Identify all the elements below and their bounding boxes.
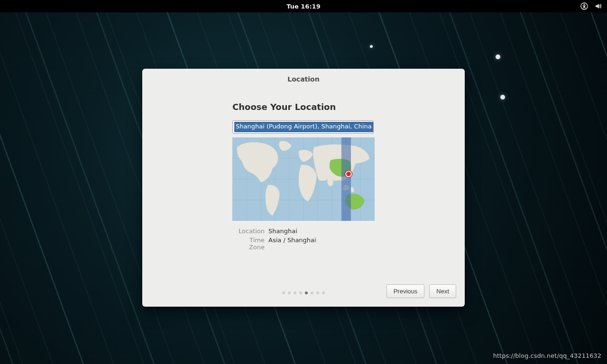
dialog-title: Location (142, 75, 465, 83)
system-tray (580, 0, 602, 12)
location-search-wrap: Shanghai (Pudong Airport), Shanghai, Chi… (232, 120, 374, 134)
previous-button[interactable]: Previous (386, 284, 425, 298)
dialog-content: Choose Your Location Shanghai (Pudong Ai… (232, 102, 375, 253)
location-value: Shanghai (268, 228, 297, 235)
top-bar: Tue 16:19 (0, 0, 607, 12)
page-dot (305, 291, 308, 294)
volume-icon[interactable] (595, 2, 602, 10)
accessibility-icon[interactable] (580, 2, 588, 10)
page-heading: Choose Your Location (232, 102, 375, 112)
timezone-band (341, 137, 351, 221)
page-dot (316, 291, 319, 294)
page-dot (322, 291, 325, 294)
watermark: https://blog.csdn.net/qq_43211632 (493, 352, 601, 359)
page-dot (311, 291, 313, 294)
location-label: Location (232, 228, 265, 235)
next-button[interactable]: Next (429, 284, 456, 298)
background-dot (496, 55, 500, 59)
background-dot (370, 45, 373, 48)
timezone-value: Asia / Shanghai (268, 237, 316, 251)
location-dialog: Location Choose Your Location Shanghai (… (142, 69, 465, 307)
page-dot (299, 291, 302, 294)
page-dot (282, 291, 285, 294)
clock[interactable]: Tue 16:19 (286, 3, 320, 10)
background-dot (500, 95, 505, 100)
world-map[interactable] (232, 137, 375, 221)
svg-point-1 (584, 4, 585, 5)
page-dot (288, 291, 291, 294)
location-pin (345, 171, 352, 177)
timezone-label: Time Zone (232, 237, 265, 251)
location-search-input[interactable] (232, 120, 374, 134)
page-dot (294, 291, 296, 294)
location-details: Location Shanghai Time Zone Asia / Shang… (232, 228, 375, 251)
dialog-buttons: Previous Next (386, 284, 456, 298)
